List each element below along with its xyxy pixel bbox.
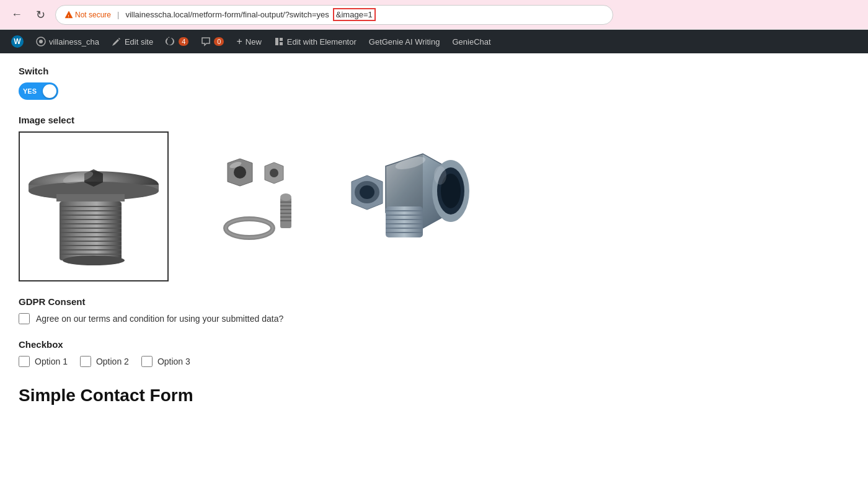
- elementor-icon: [274, 37, 284, 46]
- svg-rect-4: [280, 38, 283, 41]
- refresh-button[interactable]: ↻: [32, 6, 49, 24]
- svg-point-55: [360, 185, 374, 199]
- fitting-image: [336, 141, 485, 272]
- gdpr-text: Agree on our terms and condition for usi…: [36, 314, 283, 324]
- updates-icon: [166, 37, 175, 46]
- edit-site-icon: [112, 37, 122, 46]
- browser-bar: ← ↻ ! Not secure | villainesscha.local/m…: [0, 0, 868, 30]
- image-grid: [19, 131, 849, 281]
- wp-logo-item[interactable]: W: [5, 30, 30, 53]
- option-2-text: Option 2: [96, 356, 129, 366]
- svg-point-31: [226, 219, 273, 237]
- option-1-text: Option 1: [35, 356, 68, 366]
- checkbox-label: Checkbox: [19, 339, 849, 350]
- image-select-label: Image select: [19, 115, 849, 125]
- url-main: villainesscha.local/metform-form/final-o…: [125, 10, 329, 19]
- plus-icon: +: [236, 36, 242, 47]
- checkbox-options-section: Checkbox Option 1 Option 2 Option 3: [19, 339, 849, 367]
- address-bar[interactable]: ! Not secure | villainesscha.local/metfo…: [55, 5, 613, 25]
- site-icon: [36, 37, 46, 46]
- parts-image: [193, 148, 311, 265]
- image-item-1[interactable]: [19, 131, 169, 281]
- warning-icon: !: [64, 11, 73, 19]
- url-divider: |: [117, 10, 119, 19]
- gdpr-checkbox-row: Agree on our terms and condition for usi…: [19, 313, 849, 324]
- image-item-3[interactable]: [336, 141, 485, 272]
- svg-point-23: [63, 255, 125, 265]
- option-1-item[interactable]: Option 1: [19, 356, 68, 367]
- svg-point-57: [434, 166, 446, 185]
- security-warning: ! Not secure: [64, 11, 111, 19]
- option-1-checkbox[interactable]: [19, 356, 30, 367]
- wp-icon: W: [11, 35, 24, 48]
- svg-text:!: !: [68, 14, 69, 17]
- wp-admin-bar: W villainess_cha Edit site 4 0 + New Edi…: [0, 30, 868, 53]
- updates-badge: 4: [179, 37, 188, 46]
- options-row: Option 1 Option 2 Option 3: [19, 356, 849, 367]
- geniechat-item[interactable]: GenieChat: [446, 30, 497, 53]
- switch-label: Switch: [19, 66, 849, 76]
- image-select-section: Image select: [19, 115, 849, 281]
- option-2-checkbox[interactable]: [80, 356, 91, 367]
- toggle-switch[interactable]: YES: [19, 82, 58, 100]
- comments-icon: [201, 37, 211, 46]
- bolt-image: [22, 135, 165, 278]
- gdpr-checkbox[interactable]: [19, 313, 30, 324]
- gdpr-label: GDPR Consent: [19, 296, 849, 307]
- svg-point-2: [39, 40, 43, 43]
- getgenie-item[interactable]: GetGenie AI Writing: [363, 30, 446, 53]
- svg-rect-9: [56, 194, 125, 202]
- url-highlighted: &image=1: [333, 8, 376, 21]
- toggle-yes-text: YES: [23, 87, 37, 95]
- simple-form-title: Simple Contact Form: [19, 386, 849, 405]
- option-3-checkbox[interactable]: [141, 356, 153, 367]
- option-3-item[interactable]: Option 3: [141, 356, 190, 367]
- image-item-2[interactable]: [193, 148, 311, 265]
- site-name-item[interactable]: villainess_cha: [30, 30, 105, 53]
- svg-rect-5: [280, 42, 283, 45]
- comments-item[interactable]: 0: [195, 30, 230, 53]
- svg-point-29: [270, 169, 278, 177]
- svg-point-39: [280, 193, 291, 201]
- gdpr-section: GDPR Consent Agree on our terms and cond…: [19, 296, 849, 324]
- option-2-item[interactable]: Option 2: [80, 356, 129, 367]
- option-3-text: Option 3: [157, 356, 190, 366]
- updates-item[interactable]: 4: [159, 30, 195, 53]
- switch-container: YES: [19, 82, 849, 100]
- edit-site-item[interactable]: Edit site: [105, 30, 159, 53]
- back-button[interactable]: ←: [7, 6, 26, 24]
- comments-badge: 0: [214, 37, 224, 46]
- page-content: Switch YES Image select: [0, 53, 868, 418]
- svg-rect-3: [275, 38, 278, 45]
- toggle-knob: [43, 84, 56, 98]
- edit-elementor-item[interactable]: Edit with Elementor: [268, 30, 363, 53]
- new-item[interactable]: + New: [230, 30, 267, 53]
- svg-point-27: [234, 166, 246, 179]
